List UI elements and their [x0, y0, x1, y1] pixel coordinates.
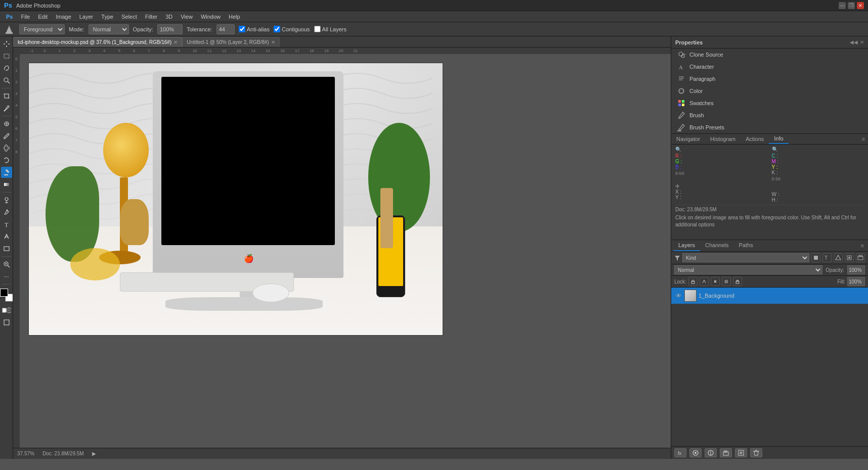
- pen-tool[interactable]: [1, 207, 12, 218]
- status-arrow[interactable]: ▶: [92, 451, 96, 456]
- all-layers-label[interactable]: All Layers: [314, 26, 346, 32]
- menu-image[interactable]: Image: [52, 13, 75, 21]
- all-layers-checkbox[interactable]: [314, 26, 321, 32]
- tab-paths[interactable]: Paths: [734, 240, 758, 251]
- tab-untitled-close[interactable]: ✕: [271, 39, 275, 45]
- layer-visibility-toggle[interactable]: 👁: [674, 292, 682, 300]
- tolerance-input[interactable]: [216, 24, 235, 34]
- prop-color[interactable]: Color: [671, 85, 868, 97]
- prop-brush-presets[interactable]: Brush Presets: [671, 121, 868, 133]
- menu-edit[interactable]: Edit: [34, 13, 52, 21]
- layer-filter-type[interactable]: T: [822, 253, 832, 262]
- lock-position-btn[interactable]: [711, 277, 720, 286]
- tab-info[interactable]: Info: [769, 134, 788, 144]
- menu-layer[interactable]: Layer: [75, 13, 98, 21]
- move-tool[interactable]: [1, 38, 12, 50]
- lock-image-btn[interactable]: [700, 277, 709, 286]
- menu-type[interactable]: Type: [97, 13, 117, 21]
- lock-label: Lock:: [674, 279, 686, 285]
- screen-mode-btn[interactable]: [1, 317, 12, 328]
- menu-file[interactable]: File: [17, 13, 34, 21]
- foreground-color[interactable]: [0, 289, 8, 297]
- tab-layers[interactable]: Layers: [673, 240, 700, 251]
- lasso-tool[interactable]: [1, 63, 12, 74]
- layer-filter-shape[interactable]: [834, 253, 843, 262]
- brush-tool[interactable]: [1, 130, 12, 142]
- tab-main-file[interactable]: kd-iphone-desktop-mockup.psd @ 37.6% (1_…: [13, 37, 182, 47]
- opacity-input[interactable]: [847, 265, 865, 274]
- layer-adj-btn[interactable]: [705, 448, 717, 457]
- properties-controls[interactable]: ◀◀ ✕: [850, 39, 864, 45]
- tab-actions[interactable]: Actions: [741, 134, 769, 144]
- restore-button[interactable]: ❐: [848, 2, 855, 9]
- prop-brush[interactable]: Brush: [671, 109, 868, 121]
- dodge-tool[interactable]: [1, 195, 12, 206]
- properties-collapse[interactable]: ◀◀: [850, 39, 858, 45]
- blend-mode-select[interactable]: Normal Dissolve Multiply: [89, 24, 129, 34]
- minimize-button[interactable]: —: [839, 2, 846, 9]
- layers-panel-menu[interactable]: ≡: [859, 241, 866, 251]
- lock-artboard-btn[interactable]: ⊞: [722, 277, 731, 286]
- anti-alias-checkbox[interactable]: [239, 26, 245, 32]
- more-tools[interactable]: ···: [1, 271, 12, 282]
- layer-fx-btn[interactable]: fx: [674, 448, 686, 457]
- layer-new-btn[interactable]: [735, 448, 747, 457]
- layer-filter-group[interactable]: [856, 253, 865, 262]
- menu-3d[interactable]: 3D: [161, 13, 177, 21]
- titlebar-controls[interactable]: — ❐ ✕: [839, 2, 864, 9]
- type-tool[interactable]: T: [1, 219, 12, 230]
- tab-histogram[interactable]: Histogram: [705, 134, 741, 144]
- tab-main-close[interactable]: ✕: [173, 39, 178, 45]
- fill-input[interactable]: [847, 277, 865, 286]
- opacity-input[interactable]: [157, 24, 183, 34]
- history-brush-tool[interactable]: [1, 155, 12, 166]
- eraser-tool[interactable]: [1, 167, 12, 178]
- eyedropper-tool[interactable]: [1, 103, 12, 114]
- layer-mask-btn[interactable]: [689, 448, 702, 457]
- prop-paragraph[interactable]: Paragraph: [671, 73, 868, 85]
- tab-untitled[interactable]: Untitled-1 @ 50% (Layer 2, RGB/8#) ✕: [182, 37, 279, 47]
- menu-window[interactable]: Window: [197, 13, 225, 21]
- layer-delete-btn[interactable]: [750, 448, 762, 457]
- lock-transparent-btn[interactable]: [688, 277, 698, 286]
- layer-filter-pixel[interactable]: [811, 253, 820, 262]
- zoom-tool[interactable]: [1, 259, 12, 270]
- clone-stamp-tool[interactable]: [1, 143, 12, 154]
- prop-character[interactable]: A Character: [671, 61, 868, 73]
- gradient-tool[interactable]: [1, 179, 12, 190]
- crop-tool[interactable]: [1, 90, 12, 102]
- canvas-image[interactable]: 🍎: [28, 63, 443, 336]
- marquee-tool[interactable]: [1, 51, 12, 62]
- tab-navigator[interactable]: Navigator: [671, 134, 705, 144]
- healing-tool[interactable]: [1, 118, 12, 129]
- menu-select[interactable]: Select: [117, 13, 141, 21]
- path-select-tool[interactable]: [1, 231, 12, 242]
- quick-mask-btn[interactable]: [1, 305, 12, 316]
- close-button[interactable]: ✕: [857, 2, 864, 9]
- tool-mode-select[interactable]: Foreground Background Color Pattern: [19, 24, 65, 34]
- layer-item-background[interactable]: 👁 1_Background: [671, 288, 868, 304]
- menu-view[interactable]: View: [177, 13, 197, 21]
- tab-channels[interactable]: Channels: [700, 240, 733, 251]
- contiguous-checkbox[interactable]: [274, 26, 280, 32]
- prop-swatches[interactable]: Swatches: [671, 97, 868, 109]
- menu-help[interactable]: Help: [225, 13, 244, 21]
- layer-group-btn[interactable]: [720, 448, 732, 457]
- lock-all-btn[interactable]: [733, 277, 742, 286]
- menu-filter[interactable]: Filter: [141, 13, 161, 21]
- prop-clone-source[interactable]: Clone Source: [671, 49, 868, 61]
- contiguous-label[interactable]: Contiguous: [274, 26, 310, 32]
- anti-alias-label[interactable]: Anti-alias: [239, 26, 270, 32]
- quick-select-tool[interactable]: [1, 75, 12, 86]
- ruler-corner: [13, 48, 20, 55]
- layers-kind-select[interactable]: Kind Name Effect Mode Attribute: [682, 253, 809, 262]
- menu-ps[interactable]: Ps: [2, 13, 17, 21]
- titlebar: Ps Adobe Photoshop — ❐ ✕: [0, 0, 868, 11]
- info-panel-menu[interactable]: ≡: [859, 134, 868, 144]
- shape-tool[interactable]: [1, 243, 12, 254]
- layer-filter-smartobj[interactable]: [845, 253, 854, 262]
- color-swatches[interactable]: [0, 289, 13, 302]
- properties-menu[interactable]: ✕: [860, 39, 864, 45]
- blend-mode-select[interactable]: Normal Dissolve Multiply Screen Overlay: [674, 265, 822, 274]
- svg-point-47: [848, 257, 850, 259]
